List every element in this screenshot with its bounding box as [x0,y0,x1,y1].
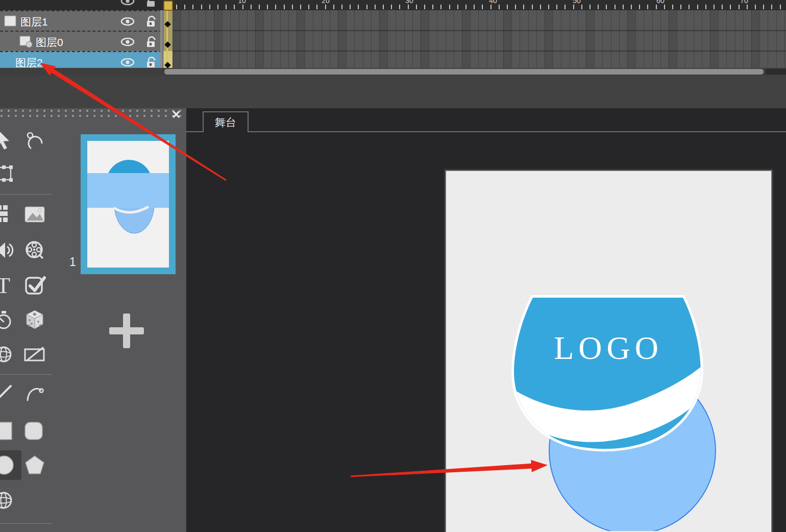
curve-tool-icon[interactable] [23,382,46,404]
timer-tool-icon[interactable] [0,309,15,331]
tools-divider [0,194,52,195]
close-icon[interactable]: ✕ [171,108,181,122]
tab-baseline [186,131,204,132]
ellipse-tool-icon[interactable] [0,454,15,476]
unlock-icon [144,0,159,8]
playhead-marker[interactable] [163,1,173,11]
ruler-number: 50 [569,0,584,5]
text-tool-icon[interactable]: T [0,274,15,296]
eye-icon[interactable] [120,17,136,27]
ruler-number: 60 [653,0,668,5]
timeline-scrollbar-thumb[interactable] [164,69,764,75]
sketchpad-tool-icon[interactable] [23,343,46,366]
tools-and-frames-panel: ✕ [0,108,186,532]
ruler-number: 20 [318,0,333,5]
image-tool-icon[interactable] [23,203,46,226]
eye-icon[interactable] [120,38,136,47]
frame-number-label: 1 [69,255,76,269]
thumbnail-art [87,141,169,268]
transform-tool-icon[interactable] [0,162,15,185]
unlock-icon[interactable] [144,35,159,49]
panel-drag-handle[interactable] [0,109,186,120]
frames-toolbar: 12 帧速 1 帧 0.00 秒 关键帧名 [0,76,786,108]
polygon-tool-icon[interactable] [23,454,46,476]
animation-editor-window: 10 20 30 40 50 60 70 图层1 图层0 [0,0,786,532]
ruler-number: 30 [402,0,417,5]
logo-text: LOGO [554,330,663,366]
audio-tool-icon[interactable] [0,239,15,261]
svg-text:T: T [0,274,10,296]
layer-row-2[interactable]: 图层0 [0,31,162,51]
timeline-ruler[interactable]: 10 20 30 40 50 60 70 [162,0,786,10]
tab-stage[interactable]: 舞台 [203,111,249,132]
eye-icon[interactable] [120,58,136,67]
rectangle-tool-icon[interactable] [0,420,15,442]
components-tool-icon[interactable] [0,203,15,226]
tools-divider [0,523,52,524]
dice-tool-icon[interactable] [23,309,46,331]
logo-artwork[interactable]: LOGO [446,171,771,531]
line-tool-icon[interactable] [0,382,15,404]
video-tool-icon[interactable] [23,239,46,261]
lasso-tool-icon[interactable] [23,130,46,152]
layer-name: 图层0 [36,35,63,50]
ruler-number: 70 [736,0,752,5]
timeline-grid[interactable] [173,10,786,68]
ruler-ticks [173,5,786,9]
keyframe-icon [19,36,34,48]
checkbox-tool-icon[interactable] [23,274,46,296]
frame-thumbnail[interactable] [81,134,176,274]
frame-thumbnail-canvas [87,141,169,268]
ruler-number: 40 [485,0,501,5]
layer-row-1[interactable]: 图层1 [0,10,162,31]
globe-tool-icon[interactable] [0,343,15,366]
add-frame-button[interactable] [107,311,146,350]
tab-baseline [248,131,786,132]
grid-row-divider [173,51,786,52]
eye-icon [120,0,136,6]
grid-row-divider [173,30,786,31]
frame-icon [4,15,17,28]
layers-header-strip [0,0,162,10]
select-tool-icon[interactable] [0,130,15,152]
stage-area: 舞台 LOGO [186,108,786,532]
artboard-canvas[interactable]: LOGO [445,170,772,532]
playhead-line [166,10,168,68]
sphere-tool-icon[interactable] [0,489,15,512]
layer-name: 图层1 [20,15,48,29]
unlock-icon[interactable] [144,56,159,69]
timeline-scrollbar-stub [766,69,786,75]
panel-divider [160,10,163,68]
ruler-number: 10 [234,0,250,5]
tools-divider [0,374,52,375]
rounded-rectangle-tool-icon[interactable] [23,420,46,442]
unlock-icon[interactable] [144,15,159,28]
